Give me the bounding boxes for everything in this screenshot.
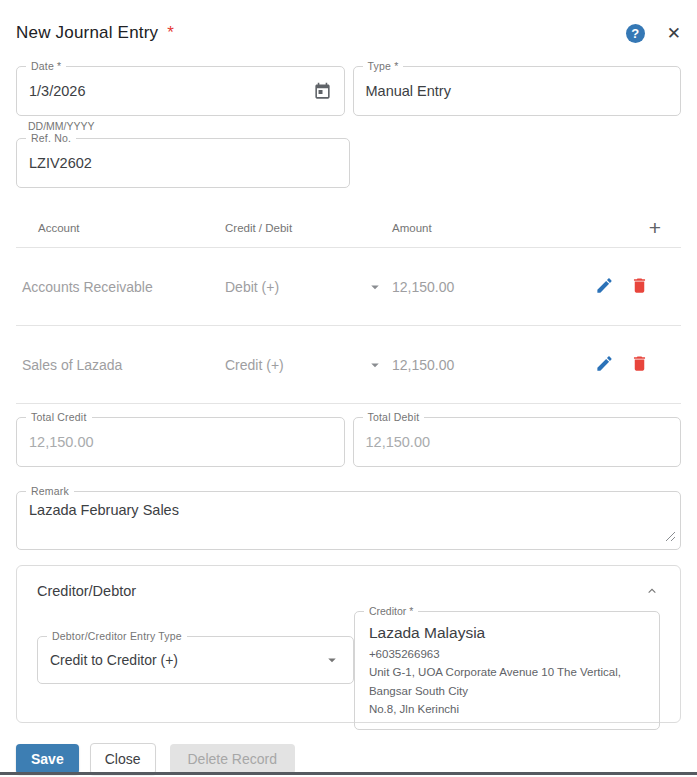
chevron-down-icon[interactable] — [366, 278, 384, 296]
remark-row: Remark Lazada February Sales — [16, 491, 681, 550]
dialog-header: New Journal Entry * ? ✕ — [16, 20, 681, 46]
entry-type-select[interactable]: Debtor/Creditor Entry Type Credit to Cre… — [37, 636, 354, 684]
row-credit-debit-select[interactable]: Debit (+) — [211, 278, 386, 296]
row-amount: 12,150.00 — [386, 357, 591, 373]
delete-entry-button[interactable] — [630, 276, 649, 298]
row-amount-value: 12,150.00 — [392, 357, 454, 373]
table-row: Accounts Receivable Debit (+) 12,150.00 — [16, 248, 681, 326]
entries-table-header: Account Credit / Debit Amount + — [16, 208, 681, 248]
edit-entry-button[interactable] — [595, 276, 614, 298]
ref-no-field-label: Ref. No. — [26, 132, 76, 144]
page-title: New Journal Entry * — [16, 23, 174, 43]
total-credit-value: 12,150.00 — [29, 434, 332, 450]
resize-handle-icon[interactable] — [665, 528, 676, 546]
type-field-value[interactable]: Manual Entry — [366, 83, 669, 99]
ref-no-field-value[interactable]: LZIV2602 — [29, 155, 337, 171]
creditor-address-line1: Unit G-1, UOA Corporate Avenue 10 The Ve… — [369, 663, 645, 700]
required-asterisk: * — [167, 23, 174, 42]
creditor-debtor-header[interactable]: Creditor/Debtor — [37, 583, 660, 599]
creditor-address-line2: No.8, Jln Kerinchi — [369, 700, 645, 718]
ref-no-field[interactable]: Ref. No. LZIV2602 — [16, 138, 350, 188]
row-account: Accounts Receivable — [16, 279, 211, 295]
delete-record-button: Delete Record — [170, 744, 296, 774]
type-field[interactable]: Type * Manual Entry — [353, 66, 682, 116]
remark-field[interactable]: Remark Lazada February Sales — [16, 491, 681, 550]
entry-type-label: Debtor/Creditor Entry Type — [47, 630, 187, 642]
creditor-debtor-section: Creditor/Debtor Debtor/Creditor Entry Ty… — [16, 565, 681, 723]
pencil-icon — [595, 354, 614, 376]
row-amount-value: 12,150.00 — [392, 279, 454, 295]
creditor-debtor-body: Debtor/Creditor Entry Type Credit to Cre… — [37, 611, 660, 730]
total-debit-value: 12,150.00 — [366, 434, 669, 450]
row-credit-debit-value: Credit (+) — [225, 357, 284, 373]
new-journal-entry-dialog: New Journal Entry * ? ✕ Date * 1/3/2026 … — [0, 20, 697, 775]
help-icon[interactable]: ? — [626, 24, 645, 43]
row-actions — [591, 276, 681, 298]
entry-type-value[interactable]: Credit to Creditor (+) — [50, 652, 323, 668]
row-actions — [591, 354, 681, 376]
creditor-phone: +6035266963 — [369, 645, 645, 663]
remark-field-label: Remark — [26, 485, 74, 497]
creditor-name: Lazada Malaysia — [369, 624, 645, 642]
row-credit-debit-select[interactable]: Credit (+) — [211, 356, 386, 374]
ref-no-row: Ref. No. LZIV2602 — [16, 138, 681, 188]
remark-field-value[interactable]: Lazada February Sales — [29, 502, 668, 518]
chevron-down-icon[interactable] — [323, 651, 341, 669]
column-header-account: Account — [16, 222, 211, 234]
delete-entry-button[interactable] — [630, 354, 649, 376]
calendar-icon[interactable] — [313, 82, 332, 101]
creditor-debtor-title: Creditor/Debtor — [37, 583, 136, 599]
pencil-icon — [595, 276, 614, 298]
row-amount: 12,150.00 — [386, 279, 591, 295]
save-button[interactable]: Save — [16, 744, 79, 774]
totals-row: Total Credit 12,150.00 Total Debit 12,15… — [16, 417, 681, 467]
total-debit-label: Total Debit — [363, 411, 425, 423]
row-account: Sales of Lazada — [16, 357, 211, 373]
trash-icon — [630, 354, 649, 376]
total-credit-label: Total Credit — [26, 411, 92, 423]
type-field-label: Type * — [363, 60, 404, 72]
creditor-field[interactable]: Creditor * Lazada Malaysia +6035266963 U… — [354, 611, 660, 730]
total-debit-field: Total Debit 12,150.00 — [353, 417, 682, 467]
trash-icon — [630, 276, 649, 298]
row-credit-debit-value: Debit (+) — [225, 279, 279, 295]
dialog-bottom-edge — [0, 772, 697, 775]
creditor-field-label: Creditor * — [364, 605, 418, 617]
header-actions: ? ✕ — [626, 24, 681, 43]
chevron-up-icon[interactable] — [644, 583, 660, 599]
journal-entries-table: Account Credit / Debit Amount + Accounts… — [16, 208, 681, 404]
close-button[interactable]: Close — [90, 743, 156, 775]
date-field-value[interactable]: 1/3/2026 — [29, 83, 313, 99]
date-type-row: Date * 1/3/2026 Type * Manual Entry — [16, 66, 681, 116]
chevron-down-icon[interactable] — [366, 356, 384, 374]
title-text: New Journal Entry — [16, 23, 158, 42]
date-field-label: Date * — [26, 60, 66, 72]
edit-entry-button[interactable] — [595, 354, 614, 376]
table-row: Sales of Lazada Credit (+) 12,150.00 — [16, 326, 681, 404]
total-credit-field: Total Credit 12,150.00 — [16, 417, 345, 467]
date-format-hint: DD/MM/YYYY — [28, 120, 681, 132]
close-icon[interactable]: ✕ — [667, 25, 681, 42]
date-field[interactable]: Date * 1/3/2026 — [16, 66, 345, 116]
action-buttons: Save Close Delete Record — [16, 743, 681, 775]
add-entry-button[interactable]: + — [649, 217, 661, 238]
column-header-amount: Amount — [386, 222, 591, 234]
column-header-credit-debit: Credit / Debit — [211, 222, 386, 234]
